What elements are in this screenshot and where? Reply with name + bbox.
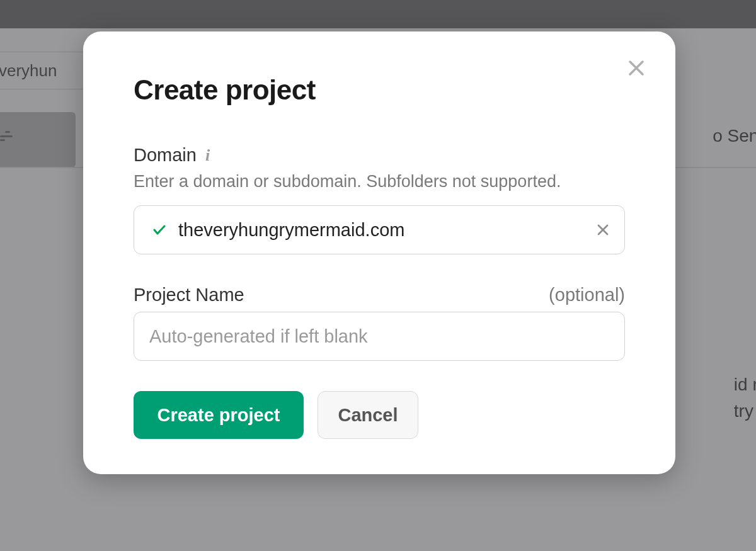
domain-field-group: Domain i Enter a domain or subdomain. Su… [134,145,625,254]
close-button[interactable] [622,54,650,82]
cancel-button[interactable]: Cancel [318,391,418,439]
create-project-button[interactable]: Create project [134,391,304,439]
project-name-label-row: Project Name (optional) [134,285,625,305]
project-name-input[interactable] [134,312,625,361]
domain-label-row: Domain i [134,145,625,166]
x-icon [595,222,610,237]
domain-input-wrap [134,205,625,254]
project-name-field-group: Project Name (optional) [134,285,625,361]
modal-button-row: Create project Cancel [134,391,625,439]
domain-label: Domain i [134,145,210,166]
create-project-modal: Create project Domain i Enter a domain o… [83,31,675,474]
clear-domain-button[interactable] [595,222,610,237]
close-icon [626,57,647,79]
domain-input[interactable] [178,220,587,241]
check-icon [152,222,167,237]
project-name-label: Project Name [134,285,244,305]
project-name-label-text: Project Name [134,285,244,305]
domain-hint: Enter a domain or subdomain. Subfolders … [134,172,625,191]
optional-label: (optional) [549,285,625,305]
modal-title: Create project [134,74,625,106]
info-icon[interactable]: i [205,147,210,164]
domain-label-text: Domain [134,145,197,166]
